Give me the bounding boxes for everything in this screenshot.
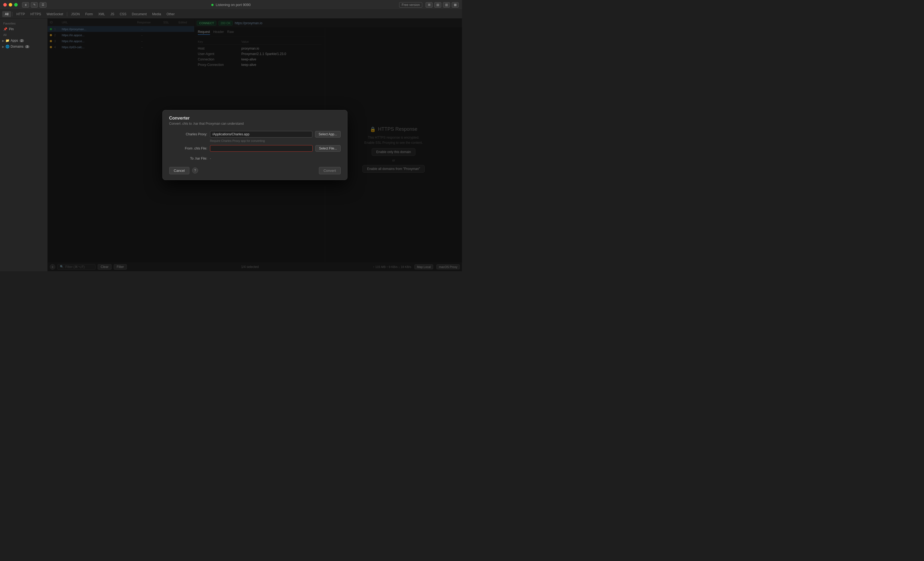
list-button[interactable]: ☰ — [39, 2, 46, 8]
tab-json[interactable]: JSON — [68, 11, 82, 17]
minimize-button[interactable] — [9, 3, 12, 6]
sidebar-group-apps[interactable]: ▶ 📁 Apps 2 — [0, 38, 47, 44]
dialog-subtitle: Convert .chls to .har that Proxyman can … — [169, 122, 340, 126]
all-label: All — [0, 32, 47, 38]
status-dot — [212, 4, 214, 6]
main-layout: Favorites 📌 Pin All ▶ 📁 Apps 2 ▶ 🌐 Domai… — [0, 18, 462, 271]
tab-css[interactable]: CSS — [117, 11, 129, 17]
from-chls-input[interactable] — [210, 145, 313, 152]
apps-label: Apps — [10, 39, 18, 42]
layout-btn-1[interactable]: ⊞ — [426, 2, 433, 8]
require-note: Require Charles Proxy app for converting — [210, 139, 340, 143]
to-har-row: To .har File: - — [169, 155, 340, 161]
layout-btn-3[interactable]: ▥ — [443, 2, 450, 8]
folder-icon: 📁 — [6, 39, 9, 42]
to-har-label: To .har File: — [169, 156, 207, 160]
tab-document[interactable]: Document — [129, 11, 150, 17]
sidebar-item-pin[interactable]: 📌 Pin — [0, 26, 47, 32]
charles-proxy-label: Charles Proxy: — [169, 132, 207, 136]
convert-button[interactable]: Convert — [319, 167, 340, 174]
tab-form[interactable]: Form — [82, 11, 96, 17]
tab-websocket[interactable]: WebSocket — [44, 11, 66, 17]
title-bar-center: Listening on port 9090 — [212, 3, 251, 7]
layout-btn-4[interactable]: ▦ — [452, 2, 459, 8]
filter-tabs: All HTTP HTTPS WebSocket JSON Form XML J… — [0, 10, 462, 18]
select-app-button[interactable]: Select App... — [315, 131, 340, 137]
globe-icon: 🌐 — [6, 45, 9, 48]
traffic-lights — [3, 3, 18, 6]
tab-xml[interactable]: XML — [96, 11, 108, 17]
cancel-button[interactable]: Cancel — [169, 167, 189, 174]
chevron-right-icon: ▶ — [2, 39, 4, 42]
charles-proxy-input[interactable] — [210, 131, 313, 137]
tab-js[interactable]: JS — [108, 11, 117, 17]
tab-http[interactable]: HTTP — [14, 11, 27, 17]
dialog-title: Converter — [169, 116, 340, 120]
sidebar-group-domains[interactable]: ▶ 🌐 Domains 3 — [0, 44, 47, 50]
from-chls-row: From .chls File: Select File... — [169, 145, 340, 152]
tab-all[interactable]: All — [2, 11, 11, 17]
help-button[interactable]: ? — [192, 167, 198, 173]
layout-btn-2[interactable]: ▤ — [434, 2, 441, 8]
maximize-button[interactable] — [14, 3, 18, 6]
converter-dialog: Converter Convert .chls to .har that Pro… — [162, 110, 348, 180]
to-har-value: - — [210, 155, 340, 161]
tab-media[interactable]: Media — [149, 11, 164, 17]
pin-label: Pin — [9, 27, 14, 31]
charles-proxy-row: Charles Proxy: Select App... — [169, 131, 340, 137]
from-chls-label: From .chls File: — [169, 146, 207, 150]
dialog-footer-left: Cancel ? — [169, 167, 198, 174]
sidebar: Favorites 📌 Pin All ▶ 📁 Apps 2 ▶ 🌐 Domai… — [0, 18, 48, 271]
pause-button[interactable]: ⏸ — [22, 2, 29, 8]
favorites-label: Favorites — [0, 21, 47, 26]
domains-badge: 3 — [25, 45, 29, 48]
pin-icon: 📌 — [3, 27, 8, 31]
dialog-overlay: Converter Convert .chls to .har that Pro… — [48, 18, 462, 271]
apps-badge: 2 — [20, 39, 24, 42]
chevron-right-icon-2: ▶ — [2, 45, 4, 48]
app-title: Listening on port 9090 — [216, 3, 251, 7]
edit-button[interactable]: ✎ — [31, 2, 38, 8]
title-bar: ⏸ ✎ ☰ Listening on port 9090 Free versio… — [0, 0, 462, 10]
tab-other[interactable]: Other — [164, 11, 177, 17]
dialog-footer: Cancel ? Convert — [169, 167, 340, 174]
close-button[interactable] — [3, 3, 7, 6]
domains-label: Domains — [10, 45, 23, 48]
title-bar-controls: ⏸ ✎ ☰ — [22, 2, 46, 8]
version-badge: Free version — [399, 2, 422, 8]
select-file-button[interactable]: Select File... — [315, 145, 340, 152]
tab-https[interactable]: HTTPS — [28, 11, 44, 17]
